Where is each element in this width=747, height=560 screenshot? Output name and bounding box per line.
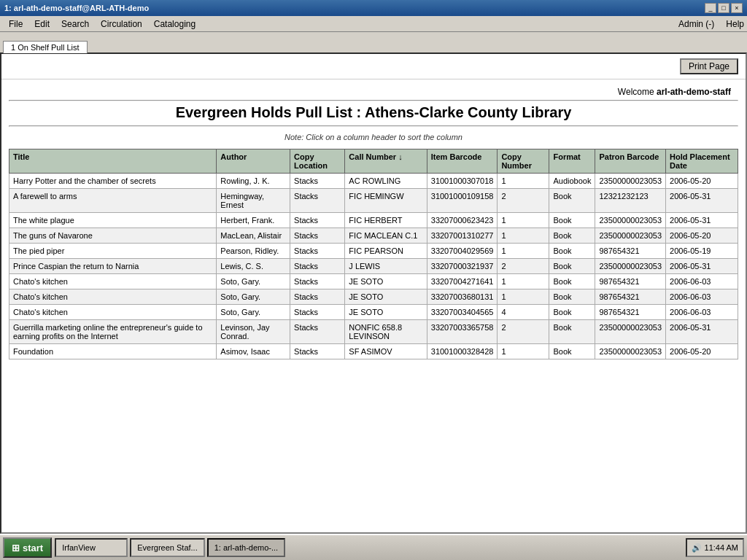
cell-8: 2006-05-31 xyxy=(666,259,738,274)
cell-1: Hemingway, Ernest xyxy=(217,189,290,213)
cell-4: 31001000328428 xyxy=(427,344,498,359)
cell-1: Lewis, C. S. xyxy=(217,259,290,274)
table-row: The pied piperPearson, Ridley.StacksFIC … xyxy=(9,244,738,259)
table-header-row: Title Author Copy Location Call Number ↓… xyxy=(9,149,738,174)
cell-6: Book xyxy=(549,305,595,320)
menu-circulation[interactable]: Circulation xyxy=(95,18,148,31)
cell-6: Book xyxy=(549,320,595,344)
cell-8: 2006-05-31 xyxy=(666,189,738,213)
cell-2: Stacks xyxy=(290,189,345,213)
cell-3: FIC HERBERT xyxy=(345,213,427,228)
col-hold-placement-date[interactable]: Hold Placement Date xyxy=(666,149,738,174)
cell-2: Stacks xyxy=(290,259,345,274)
maximize-button[interactable]: □ xyxy=(718,3,729,13)
cell-4: 33207003404565 xyxy=(427,305,498,320)
cell-4: 33207003365758 xyxy=(427,320,498,344)
cell-7: 23500000023053 xyxy=(595,213,666,228)
cell-8: 2006-06-03 xyxy=(666,289,738,305)
cell-4: 33207001310277 xyxy=(427,228,498,244)
help-label[interactable]: Help xyxy=(726,19,744,29)
cell-8: 2006-05-31 xyxy=(666,320,738,344)
cell-0: Chato's kitchen xyxy=(9,305,217,320)
welcome-text: Welcome arl-ath-demo-staff xyxy=(9,87,738,97)
cell-8: 2006-05-20 xyxy=(666,228,738,244)
cell-7: 23500000023053 xyxy=(595,344,666,359)
cell-4: 31001000109158 xyxy=(427,189,498,213)
col-call-number[interactable]: Call Number ↓ xyxy=(345,149,427,174)
cell-0: Guerrilla marketing online the entrepren… xyxy=(9,320,217,344)
cell-0: Chato's kitchen xyxy=(9,289,217,305)
cell-2: Stacks xyxy=(290,213,345,228)
cell-0: Prince Caspian the return to Narnia xyxy=(9,259,217,274)
cell-6: Book xyxy=(549,274,595,289)
cell-0: The pied piper xyxy=(9,244,217,259)
cell-2: Stacks xyxy=(290,305,345,320)
table-row: The white plagueHerbert, Frank.StacksFIC… xyxy=(9,213,738,228)
col-format[interactable]: Format xyxy=(549,149,595,174)
cell-6: Book xyxy=(549,213,595,228)
cell-8: 2006-05-19 xyxy=(666,244,738,259)
cell-5: 1 xyxy=(498,274,549,289)
table-row: Chato's kitchenSoto, Gary.StacksJE SOTO3… xyxy=(9,305,738,320)
tab-on-shelf-pull-list[interactable]: 1 On Shelf Pull List xyxy=(3,41,88,53)
col-item-barcode[interactable]: Item Barcode xyxy=(427,149,498,174)
cell-2: Stacks xyxy=(290,244,345,259)
welcome-user: arl-ath-demo-staff xyxy=(657,87,731,97)
col-patron-barcode[interactable]: Patron Barcode xyxy=(595,149,666,174)
cell-7: 23500000023053 xyxy=(595,228,666,244)
print-page-button[interactable]: Print Page xyxy=(680,58,738,74)
menu-edit[interactable]: Edit xyxy=(28,18,55,31)
cell-0: Harry Potter and the chamber of secrets xyxy=(9,174,217,189)
cell-1: Asimov, Isaac xyxy=(217,344,290,359)
holds-table: Title Author Copy Location Call Number ↓… xyxy=(9,149,738,359)
window-controls[interactable]: _ □ × xyxy=(705,3,743,13)
print-bar: Print Page xyxy=(1,54,746,79)
cell-3: JE SOTO xyxy=(345,289,427,305)
cell-0: Chato's kitchen xyxy=(9,274,217,289)
cell-4: 33207000321937 xyxy=(427,259,498,274)
cell-6: Book xyxy=(549,189,595,213)
cell-8: 2006-06-03 xyxy=(666,274,738,289)
col-title[interactable]: Title xyxy=(9,149,217,174)
page-title: Evergreen Holds Pull List : Athens-Clark… xyxy=(9,104,738,121)
col-author[interactable]: Author xyxy=(217,149,290,174)
cell-2: Stacks xyxy=(290,228,345,244)
cell-5: 1 xyxy=(498,174,549,189)
cell-3: FIC HEMINGW xyxy=(345,189,427,213)
cell-5: 2 xyxy=(498,189,549,213)
cell-5: 4 xyxy=(498,305,549,320)
minimize-button[interactable]: _ xyxy=(705,3,716,13)
menu-cataloging[interactable]: Cataloging xyxy=(148,18,201,31)
cell-5: 1 xyxy=(498,289,549,305)
cell-3: J LEWIS xyxy=(345,259,427,274)
cell-7: 12321232123 xyxy=(595,189,666,213)
cell-4: 33207003680131 xyxy=(427,289,498,305)
scroll-area[interactable]: Welcome arl-ath-demo-staff Evergreen Hol… xyxy=(1,79,746,532)
window-title: 1: arl-ath-demo-staff@ARL-ATH-demo xyxy=(4,4,149,12)
table-row: FoundationAsimov, IsaacStacksSF ASIMOV31… xyxy=(9,344,738,359)
cell-5: 2 xyxy=(498,259,549,274)
page-header: Welcome arl-ath-demo-staff Evergreen Hol… xyxy=(9,79,738,147)
cell-0: The white plague xyxy=(9,213,217,228)
cell-2: Stacks xyxy=(290,174,345,189)
table-row: Guerrilla marketing online the entrepren… xyxy=(9,320,738,344)
cell-5: 1 xyxy=(498,244,549,259)
admin-label[interactable]: Admin (-) xyxy=(678,19,714,29)
menu-file[interactable]: File xyxy=(3,18,28,31)
cell-1: Herbert, Frank. xyxy=(217,213,290,228)
cell-4: 33207004029569 xyxy=(427,244,498,259)
col-copy-location[interactable]: Copy Location xyxy=(290,149,345,174)
close-button[interactable]: × xyxy=(731,3,743,13)
content-area: Print Page Welcome arl-ath-demo-staff Ev… xyxy=(0,52,747,534)
col-copy-number[interactable]: Copy Number xyxy=(498,149,549,174)
cell-5: 1 xyxy=(498,344,549,359)
table-row: Harry Potter and the chamber of secretsR… xyxy=(9,174,738,189)
cell-1: Pearson, Ridley. xyxy=(217,244,290,259)
cell-8: 2006-05-20 xyxy=(666,174,738,189)
cell-3: FIC MACLEAN C.1 xyxy=(345,228,427,244)
table-row: A farewell to armsHemingway, ErnestStack… xyxy=(9,189,738,213)
cell-8: 2006-05-20 xyxy=(666,344,738,359)
cell-4: 31001000307018 xyxy=(427,174,498,189)
cell-1: Soto, Gary. xyxy=(217,289,290,305)
menu-search[interactable]: Search xyxy=(55,18,95,31)
